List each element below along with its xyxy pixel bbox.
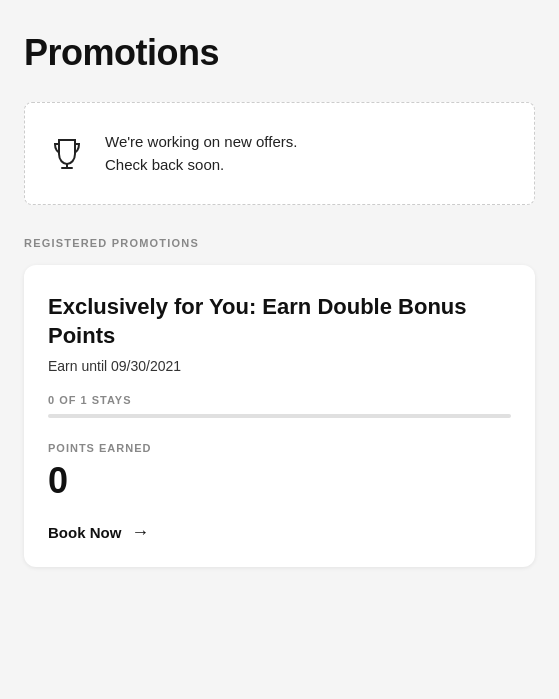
- stays-label: 0 OF 1 STAYS: [48, 394, 511, 406]
- page-container: Promotions We're working on new offers. …: [0, 0, 559, 699]
- page-title: Promotions: [24, 32, 535, 74]
- points-earned-label: POINTS EARNED: [48, 442, 511, 454]
- promotion-card: Exclusively for You: Earn Double Bonus P…: [24, 265, 535, 567]
- promotion-title: Exclusively for You: Earn Double Bonus P…: [48, 293, 511, 350]
- arrow-icon: →: [131, 522, 149, 543]
- registered-promotions-label: REGISTERED PROMOTIONS: [24, 237, 535, 249]
- empty-offers-text: We're working on new offers. Check back …: [105, 131, 297, 176]
- trophy-icon: [49, 136, 85, 172]
- progress-bar-track: [48, 414, 511, 418]
- promotion-date: Earn until 09/30/2021: [48, 358, 511, 374]
- book-now-link[interactable]: Book Now →: [48, 522, 511, 543]
- book-now-label: Book Now: [48, 524, 121, 541]
- empty-offers-card: We're working on new offers. Check back …: [24, 102, 535, 205]
- points-value: 0: [48, 460, 511, 502]
